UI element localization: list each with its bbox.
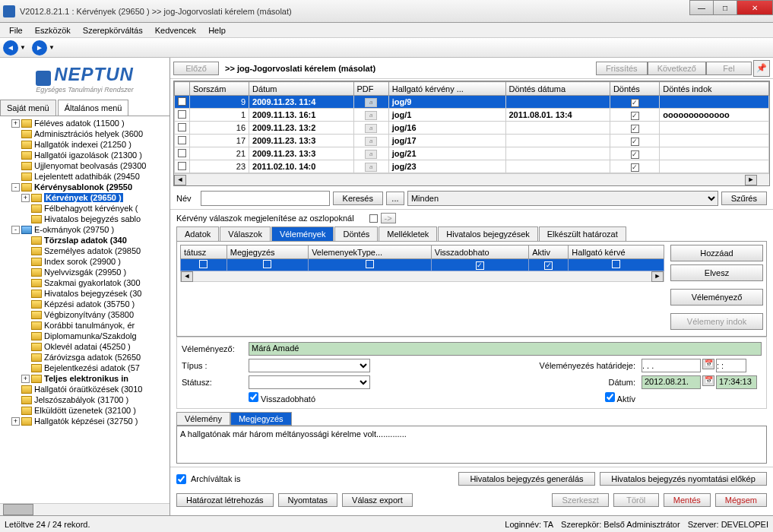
tree-node[interactable]: Lejelentett adathibák (29450 — [2, 171, 168, 182]
edit-button[interactable]: Szerkeszt — [552, 493, 608, 507]
throwback-checkbox[interactable] — [249, 392, 258, 402]
active-checkbox[interactable] — [605, 392, 615, 402]
tab-own-menu[interactable]: Saját menü — [0, 100, 56, 116]
tree-node[interactable]: Végbizonyítvány (35800 — [2, 309, 168, 320]
menu-rolechange[interactable]: Szerepkörváltás — [77, 24, 149, 36]
minimize-button[interactable]: — — [689, 0, 714, 15]
pin-icon[interactable]: 📌 — [753, 60, 770, 77]
tree-node[interactable]: Nyelvvizsgák (29950 ) — [2, 267, 168, 277]
opinions-row[interactable]: ✓✓ — [181, 259, 664, 271]
table-row[interactable]: 92009.11.23. 11:4ajog/9✓ — [175, 96, 769, 109]
search-more-button[interactable]: ... — [386, 192, 404, 205]
tree-node[interactable]: Hivatalos bejegyzések (30 — [2, 288, 168, 299]
tree-node[interactable]: Bejelentkezési adatok (57 — [2, 363, 168, 373]
opinion-reason-button[interactable]: Vélemeny indok — [670, 313, 763, 330]
tree-node[interactable]: Ujjlenyomat beolvasás (29300 — [2, 160, 168, 171]
add-button[interactable]: Hozzáad — [670, 245, 763, 261]
menu-tools[interactable]: Eszközök — [29, 24, 77, 36]
delete-button[interactable]: Töröl — [613, 493, 659, 507]
detail-tab[interactable]: Adatok — [176, 226, 219, 241]
tree-node[interactable]: -Kérvénysablonok (29550 — [2, 182, 168, 192]
cancel-button[interactable]: Mégsem — [715, 493, 767, 507]
column-reveal-apply[interactable]: -> — [381, 213, 396, 223]
tree-node[interactable]: Hallgatói óraütközések (3010 — [2, 384, 168, 394]
tree-node[interactable]: Jelszószabályok (31700 ) — [2, 394, 168, 405]
deadline-date[interactable] — [642, 359, 701, 372]
detail-tab[interactable]: Vélemények — [271, 226, 334, 241]
menu-file[interactable]: File — [3, 24, 29, 36]
calendar-icon[interactable]: 📅 — [702, 359, 714, 369]
search-button[interactable]: Keresés — [333, 192, 383, 205]
menu-help[interactable]: Help — [202, 24, 232, 36]
tree-node[interactable]: Diplomamunka/Szakdolg — [2, 331, 168, 341]
filter-select[interactable]: Minden — [407, 191, 718, 206]
tree-node[interactable]: Adminisztrációs helyek (3600 — [2, 128, 168, 139]
tree-node[interactable]: Elküldött üzenetek (32100 ) — [2, 405, 168, 416]
tree-hscrollbar[interactable] — [0, 503, 169, 515]
tree-node[interactable]: +Féléves adatok (11500 ) — [2, 118, 168, 128]
menu-favorites[interactable]: Kedvencek — [149, 24, 202, 36]
opinions-grid[interactable]: tátuszMegjegyzésVelemenyekType...Visszad… — [180, 245, 664, 271]
expand-icon[interactable]: - — [11, 226, 20, 234]
expand-icon[interactable]: + — [11, 119, 20, 128]
save-button[interactable]: Mentés — [664, 493, 711, 507]
nav-back-dropdown[interactable]: ▼ — [20, 44, 26, 51]
tree-node[interactable]: Képzési adatok (35750 ) — [2, 299, 168, 309]
remove-button[interactable]: Elvesz — [670, 264, 763, 281]
next-button[interactable]: Következő — [648, 62, 706, 75]
grid-hscrollbar[interactable]: ◄► — [174, 173, 769, 185]
calendar2-icon[interactable]: 📅 — [702, 375, 714, 386]
memo-textarea[interactable]: A hallgatónak már három méltányossági ké… — [176, 426, 767, 464]
tree-node[interactable]: +Hallgatók képzései (32750 ) — [2, 416, 168, 426]
tab-general-menu[interactable]: Általános menü — [58, 100, 129, 116]
maximize-button[interactable]: □ — [713, 0, 737, 15]
nav-forward-button[interactable]: ► — [32, 40, 47, 55]
tree-node[interactable]: Hallgatói igazolások (21300 ) — [2, 150, 168, 160]
reviewer-button[interactable]: Véleményező — [670, 289, 763, 306]
tree-node[interactable]: -E-okmányok (29750 ) — [2, 224, 168, 235]
tree-node[interactable]: Törzslap adatok (340 — [2, 235, 168, 245]
print-button[interactable]: Nyomtatas — [278, 493, 338, 507]
refresh-button[interactable]: Frissítés — [596, 62, 648, 75]
detail-tab[interactable]: Döntés — [334, 226, 378, 241]
table-row[interactable]: 212009.11.23. 13:3ajog/21✓ — [175, 147, 769, 160]
tree-node[interactable]: +Kérvények (29650 ) — [2, 192, 168, 203]
expand-icon[interactable]: + — [21, 194, 30, 202]
tree-node[interactable]: Korábbi tanulmányok, ér — [2, 320, 168, 331]
column-reveal-checkbox[interactable] — [369, 214, 378, 223]
up-button[interactable]: Fel — [706, 62, 752, 75]
table-row[interactable]: 172009.11.23. 13:3ajog/17✓ — [175, 135, 769, 147]
tree-node[interactable]: Szakmai gyakorlatok (300 — [2, 277, 168, 288]
tree-node[interactable]: Félbehagyott kérvények ( — [2, 203, 168, 214]
nav-forward-dropdown[interactable]: ▼ — [49, 44, 55, 51]
expand-icon[interactable]: + — [21, 375, 30, 383]
tree-node[interactable]: Oklevél adatai (45250 ) — [2, 341, 168, 352]
filter-button[interactable]: Szűrés — [721, 192, 767, 205]
detail-tab[interactable]: Elkészült határozat — [539, 226, 626, 241]
archive-checkbox[interactable] — [176, 474, 186, 484]
tree-node[interactable]: Index sorok (29900 ) — [2, 256, 168, 267]
name-input[interactable] — [201, 191, 330, 206]
status-select[interactable] — [249, 375, 370, 389]
detail-tab[interactable]: Mellékletek — [379, 226, 437, 241]
table-row[interactable]: 12009.11.13. 16:1ajog/12011.08.01. 13:4✓… — [175, 109, 769, 122]
memo-tab-note[interactable]: Megjegyzés — [230, 412, 292, 426]
memo-tab-opinion[interactable]: Vélemény — [176, 412, 230, 426]
detail-tab[interactable]: Válaszok — [220, 226, 271, 241]
create-decision-button[interactable]: Határozat létrehozás — [176, 493, 274, 507]
opinions-hscrollbar[interactable]: ◄► — [180, 271, 664, 282]
preview-entry-button[interactable]: Hivatalos bejegyzés nyomtatási előkép — [600, 472, 767, 486]
table-row[interactable]: 232011.02.10. 14:0ajog/23✓ — [175, 160, 769, 173]
table-row[interactable]: 162009.11.23. 13:2ajog/16✓ — [175, 122, 769, 135]
expand-icon[interactable]: + — [11, 417, 20, 426]
export-button[interactable]: Válasz export — [342, 493, 413, 507]
tree-node[interactable]: Záróvizsga adatok (52650 — [2, 352, 168, 363]
gen-entry-button[interactable]: Hivatalos bejegyzés generálás — [458, 472, 595, 486]
tree-node[interactable]: Hallgatók indexei (21250 ) — [2, 139, 168, 150]
main-grid[interactable]: SorszámDátumPDFHallgató kérvény ...Dönté… — [173, 81, 770, 186]
nav-back-button[interactable]: ◄ — [3, 40, 18, 55]
detail-tab[interactable]: Hivatalos bejegyzések — [438, 226, 537, 241]
close-button[interactable]: ✕ — [737, 0, 773, 15]
tree-node[interactable]: +Teljes elektronikus in — [2, 373, 168, 384]
deadline-time[interactable] — [716, 359, 746, 372]
